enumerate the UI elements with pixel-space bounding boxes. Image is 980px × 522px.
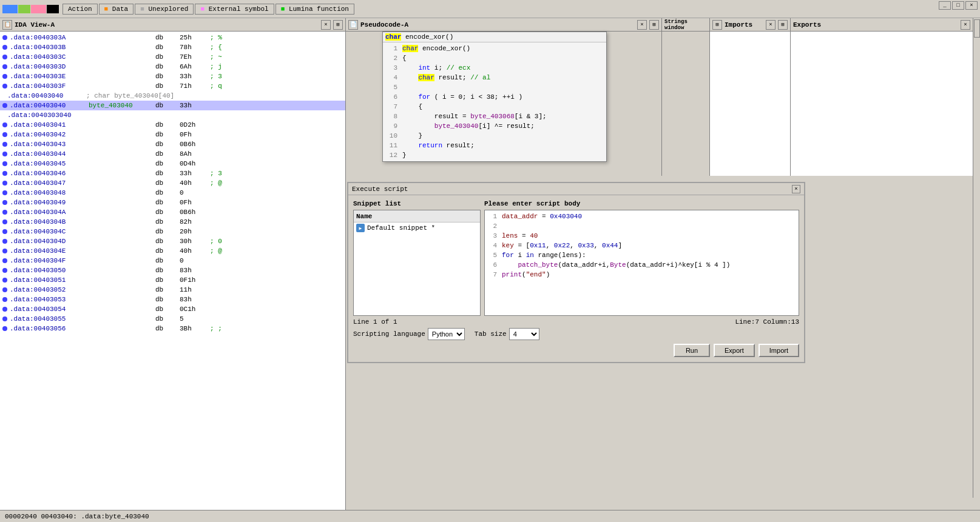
export-button[interactable]: Export	[714, 344, 755, 357]
snippet-list-label: Snippet list	[353, 200, 481, 207]
asm-line: .data:0040304F db 0	[0, 256, 345, 266]
asm-dot	[2, 142, 7, 147]
asm-dot	[2, 297, 7, 302]
imports-header: ⊞ Imports × ⊞	[710, 18, 790, 32]
pseudocode-icon[interactable]: 📄	[348, 20, 358, 30]
script-editor[interactable]: 1 data_addr = 0x403040 2	[484, 210, 799, 316]
asm-content[interactable]: .data:0040303A db 25h ; % .data:0040303B…	[0, 32, 345, 510]
tab-unexplored[interactable]: ■ Unexplored	[135, 4, 194, 15]
script-status-left: Line 1 of 1	[353, 318, 397, 326]
asm-dot	[2, 45, 7, 50]
asm-dot	[2, 278, 7, 283]
ida-view-btn1[interactable]: ×	[321, 20, 331, 30]
asm-dot	[2, 307, 7, 312]
asm-line: .data:0040303A db 25h ; %	[0, 33, 345, 42]
toolbar-tabs: Action ■ Data ■ Unexplored ■ External sy…	[2, 4, 354, 15]
asm-line: .data:0040304E db 40h ; @	[0, 246, 345, 256]
asm-line: .data:00403051 db 0F1h	[0, 275, 345, 285]
asm-line: .data:00403041 db 0D2h	[0, 120, 345, 130]
minimize-button[interactable]: _	[939, 1, 951, 10]
asm-dot	[2, 219, 7, 224]
pseudo-line: 12 }	[385, 150, 604, 160]
script-line: 4 key = [0x11, 0x22, 0x33, 0x44]	[487, 241, 796, 250]
maximize-button[interactable]: □	[952, 1, 964, 10]
asm-dot	[2, 35, 7, 40]
tab-size-select[interactable]: 4	[509, 328, 539, 340]
script-line: 2	[487, 221, 796, 231]
asm-dot	[2, 287, 7, 292]
pseudo-line: 8 result = byte_403068[i & 3];	[385, 112, 604, 121]
ida-view-icon[interactable]: 📋	[2, 20, 12, 30]
popup-func-name: encode_xor()	[405, 33, 453, 41]
exports-title: Exports	[793, 21, 958, 28]
snippet-column-header: Name	[354, 210, 480, 223]
snippet-item-name: Default snippet *	[367, 224, 435, 232]
pseudo-line: 3 int i; // ecx	[385, 63, 604, 73]
tab-data[interactable]: ■ Data	[99, 4, 134, 15]
script-line: 1 data_addr = 0x403040	[487, 212, 796, 221]
imports-btn-expand[interactable]: ⊞	[778, 20, 788, 30]
pseudo-line: 2 {	[385, 53, 604, 63]
pseudocode-btn-close[interactable]: ×	[637, 20, 647, 30]
imports-btn-close[interactable]: ×	[766, 20, 776, 30]
exports-header: Exports ×	[791, 18, 973, 32]
strings-title: Strings window	[664, 19, 707, 31]
ida-view-header: 📋 IDA View-A × ⊞	[0, 18, 345, 32]
asm-line: .data:00403043 db 0B6h	[0, 139, 345, 149]
asm-line: .data:00403040 ; char byte_403040[40]	[0, 91, 345, 101]
status-text: 00002040 00403040: .data:byte_403040	[5, 513, 149, 520]
pseudo-line: 5	[385, 82, 604, 92]
asm-dot	[2, 161, 7, 166]
tab-action[interactable]: Action	[63, 4, 98, 15]
color-block-3	[31, 5, 46, 13]
pseudocode-title: Pseudocode-A	[360, 21, 635, 28]
asm-dot	[2, 249, 7, 253]
scrollbar-thumb[interactable]	[974, 19, 980, 38]
asm-line: .data:00403047 db 40h ; @	[0, 178, 345, 188]
asm-dot	[2, 200, 7, 205]
asm-line: .data:00403053 db 83h	[0, 295, 345, 304]
snippet-list-panel: Name ▶ Default snippet *	[353, 210, 481, 316]
import-button[interactable]: Import	[759, 344, 799, 357]
asm-dot	[2, 181, 7, 186]
script-status-right: Line:7 Column:13	[735, 318, 799, 326]
pseudo-line: 4 char result; // al	[385, 73, 604, 82]
imports-icon[interactable]: ⊞	[712, 20, 722, 30]
asm-line: .data:0040304C db 20h	[0, 227, 345, 236]
pseudocode-popup: char encode_xor() 1 char encode_xor()	[382, 32, 607, 162]
asm-line: .data:00403056 db 3Bh ; ;	[0, 324, 345, 333]
asm-line: .data:0040304D db 30h ; 0	[0, 236, 345, 246]
run-button[interactable]: Run	[674, 344, 710, 357]
asm-line: .data:00403046 db 33h ; 3	[0, 169, 345, 178]
asm-dot	[2, 210, 7, 215]
asm-line: .data:00403042 db 0Fh	[0, 130, 345, 139]
snippet-item-icon: ▶	[356, 224, 365, 232]
scripting-language-label: Scripting language	[353, 330, 425, 338]
asm-dot	[2, 190, 7, 195]
far-right-scrollbar[interactable]	[973, 18, 980, 498]
script-line: 6 patch_byte(data_addr+i,Byte(data_addr+…	[487, 260, 796, 270]
asm-dot	[2, 64, 7, 69]
scripting-language-select[interactable]: Python	[428, 328, 465, 340]
asm-line: .data:00403050 db 83h	[0, 266, 345, 275]
execute-script-close-btn[interactable]: ×	[792, 185, 800, 193]
color-block-2	[18, 5, 30, 13]
tab-lumina-function[interactable]: ■ Lumina function	[275, 4, 354, 15]
asm-dot	[2, 229, 7, 234]
tab-external-symbol[interactable]: ■ External symbol	[195, 4, 274, 15]
tab-size-label: Tab size	[475, 330, 507, 338]
pseudo-line: 9 byte_403040[i] ^= result;	[385, 121, 604, 131]
asm-line: .data:00403052 db 11h	[0, 285, 345, 295]
asm-dot	[2, 103, 7, 108]
color-block-1	[2, 5, 18, 13]
pseudocode-panel-header: 📄 Pseudocode-A × ⊞	[346, 18, 661, 32]
default-snippet-item[interactable]: ▶ Default snippet *	[354, 223, 480, 233]
asm-line: .data:00403055 db 5	[0, 314, 345, 324]
pseudo-line: 7 {	[385, 102, 604, 112]
exports-btn-close[interactable]: ×	[961, 20, 970, 30]
asm-dot	[2, 84, 7, 89]
pseudocode-btn-expand[interactable]: ⊞	[649, 20, 659, 30]
ida-view-btn2[interactable]: ⊞	[333, 20, 343, 30]
close-button[interactable]: ×	[965, 1, 978, 10]
ida-view-title: IDA View-A	[15, 21, 319, 28]
